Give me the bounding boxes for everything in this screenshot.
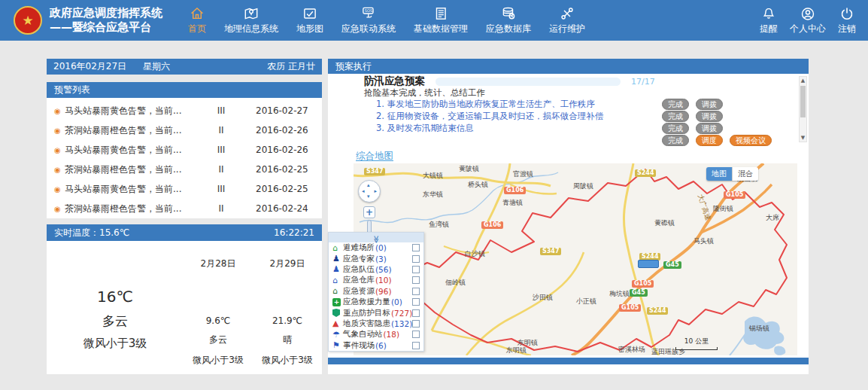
- plan-panel: 防汛应急预案 17/17 抢险基本完成，统计、总结工作 1. 事发地三防协助当地…: [328, 74, 809, 374]
- legend-item[interactable]: 重点防护目标(727): [329, 307, 423, 318]
- nav-item-terrain[interactable]: 地形图: [296, 5, 323, 35]
- main-nav: 首页 地理信息系统 地形图 SOS 应急联动系统 基础数据管理 应急数据库 运行…: [188, 5, 585, 35]
- nav-item-ops-maintenance[interactable]: 运行维护: [549, 5, 585, 35]
- nav-item-home[interactable]: 首页: [188, 5, 206, 35]
- forecast-wind: 微风小于3级: [193, 354, 244, 367]
- legend-checkbox[interactable]: [412, 309, 420, 317]
- complete-button[interactable]: 完成: [662, 99, 689, 110]
- map-type-hybrid-button[interactable]: 混合: [732, 167, 758, 181]
- legend-checkbox[interactable]: [412, 288, 420, 295]
- alert-row[interactable]: ◉马头站暴雨黄色告警，当前...III2016-02-27: [47, 101, 322, 120]
- composite-map-link[interactable]: 综合地图: [356, 150, 393, 161]
- legend-item[interactable]: ♟应急专家(3): [329, 253, 423, 264]
- pan-left-icon[interactable]: ◂: [362, 189, 365, 194]
- alert-list: ◉马头站暴雨黄色告警，当前...III2016-02-27◉茶洞站暴雨橙色告警，…: [47, 98, 322, 218]
- chevron-double-down-icon: ≫: [372, 236, 381, 242]
- map-town-label: 锡场镇: [749, 324, 769, 334]
- alert-level: III: [197, 145, 245, 155]
- map-town-label: 青塘镇: [502, 198, 523, 208]
- progress-label: 17/17: [631, 77, 655, 87]
- transfer-button[interactable]: 调拨: [696, 123, 723, 134]
- forecast-temp: 21.9℃: [272, 315, 302, 326]
- date-text: 2016年02月27日: [53, 60, 126, 73]
- complete-button[interactable]: 完成: [662, 123, 689, 134]
- task-buttons: 完成调拨: [662, 99, 723, 110]
- current-condition: 多云: [102, 312, 128, 330]
- alert-panel: 预警列表 ◉马头站暴雨黄色告警，当前...III2016-02-27◉茶洞站暴雨…: [47, 82, 322, 218]
- legend-item[interactable]: +应急救援力量(0): [329, 297, 423, 307]
- pan-down-icon[interactable]: ▾: [367, 194, 370, 200]
- road-number-badge: G106: [504, 187, 526, 194]
- map-selected-marker[interactable]: [638, 260, 659, 268]
- video-conference-button[interactable]: 视频会议: [730, 135, 772, 146]
- nav-label: 应急数据库: [486, 23, 531, 35]
- nav-item-emergency-db[interactable]: 应急数据库: [486, 5, 531, 35]
- legend-item[interactable]: ♟应急队伍(56): [329, 264, 423, 275]
- alert-row[interactable]: ◉马头站暴雨黄色告警，当前...III2016-02-25: [47, 179, 322, 199]
- scroll-down-icon[interactable]: ▼: [800, 134, 806, 142]
- scroll-up-icon[interactable]: ▲: [800, 77, 806, 84]
- legend-checkbox[interactable]: [412, 276, 420, 284]
- map-type-map-button[interactable]: 地图: [706, 167, 732, 181]
- road-number-badge: G105: [724, 191, 745, 199]
- map-town-label: 官渡镇: [513, 169, 533, 179]
- scrollbar[interactable]: ▲ ▼: [799, 76, 807, 142]
- road-number-badge: S347: [364, 168, 385, 175]
- alert-pin-icon: ◉: [54, 166, 65, 174]
- realtime-temp-text: 实时温度：15.6℃: [54, 227, 129, 239]
- alert-row[interactable]: ◉茶洞站暴雨橙色告警，当前...II2016-02-24: [47, 199, 322, 218]
- current-temp: 16℃: [97, 288, 133, 306]
- road-number-badge: G45: [663, 261, 681, 269]
- map-town-label: 桥头镇: [468, 180, 488, 190]
- nav-item-gis[interactable]: 地理信息系统: [224, 5, 278, 35]
- road-number-badge: S347: [540, 248, 561, 255]
- first-aid-icon: +: [332, 298, 341, 306]
- complete-button[interactable]: 完成: [662, 111, 689, 122]
- map-scale-bar: [675, 347, 718, 350]
- map-pan-control[interactable]: ▴ ▾ ◂ ▸: [358, 180, 381, 203]
- alert-row[interactable]: ◉茶洞站暴雨橙色告警，当前...II2016-02-25: [47, 160, 322, 179]
- complete-button[interactable]: 完成: [662, 135, 689, 146]
- map-town-label: 东明镇: [506, 346, 527, 355]
- legend-count: (0): [391, 297, 402, 306]
- legend-item[interactable]: ⌂避难场所(0): [329, 242, 423, 253]
- legend-collapse-button[interactable]: ≫: [329, 233, 423, 242]
- profile-button[interactable]: 个人中心: [790, 5, 826, 35]
- legend-label: 地质灾害隐患: [343, 318, 390, 329]
- legend-item[interactable]: ▲地质灾害隐患(132): [329, 318, 423, 329]
- pan-right-icon[interactable]: ▸: [374, 189, 377, 194]
- weather-current: 16℃ 多云 微风小于3级: [47, 241, 184, 374]
- zoom-in-button[interactable]: +: [363, 206, 375, 218]
- nav-label: 提醒: [760, 23, 778, 35]
- transfer-button[interactable]: 调拨: [696, 111, 723, 122]
- alert-row[interactable]: ◉马头站暴雨黄色告警，当前...III2016-02-26: [47, 140, 322, 160]
- transfer-button[interactable]: 调拨: [696, 99, 723, 110]
- legend-checkbox[interactable]: [412, 331, 420, 338]
- alert-pin-icon: ◉: [54, 107, 65, 115]
- date-bar: 2016年02月27日 星期六 农历 正月廿: [47, 59, 322, 75]
- alert-row[interactable]: ◉茶洞站暴雨橙色告警，当前...II2016-02-26: [47, 120, 322, 140]
- tools-icon: [559, 5, 575, 22]
- legend-checkbox[interactable]: [412, 255, 420, 263]
- left-column: 2016年02月27日 星期六 农历 正月廿 预警列表 ◉马头站暴雨黄色告警，当…: [47, 59, 322, 374]
- notifications-button[interactable]: 提醒: [760, 5, 778, 35]
- legend-checkbox[interactable]: [412, 320, 420, 328]
- legend-item[interactable]: ⚑事件现场(6): [329, 340, 423, 351]
- legend-checkbox[interactable]: [412, 244, 420, 251]
- logout-button[interactable]: 注销: [838, 5, 856, 35]
- alert-level: III: [197, 184, 245, 194]
- legend-checkbox[interactable]: [412, 266, 420, 273]
- legend-item[interactable]: ⌂应急仓库(10): [329, 275, 423, 285]
- legend-item[interactable]: ☂气象自动站(18): [329, 329, 423, 340]
- dispatch-button[interactable]: 调度: [696, 135, 723, 146]
- legend-label: 事件现场: [343, 340, 375, 351]
- map-town-label: 小正镇: [576, 297, 596, 306]
- legend-item[interactable]: ⌂应急资源(96): [329, 286, 423, 297]
- legend-checkbox[interactable]: [412, 342, 420, 349]
- nav-item-emergency-linkage[interactable]: SOS 应急联动系统: [341, 5, 396, 35]
- scroll-thumb[interactable]: [800, 86, 806, 117]
- legend-checkbox[interactable]: [412, 298, 420, 306]
- pan-up-icon[interactable]: ▴: [367, 183, 370, 188]
- nav-item-base-data[interactable]: 基础数据管理: [414, 5, 468, 35]
- alert-date: 2016-02-24: [245, 203, 314, 214]
